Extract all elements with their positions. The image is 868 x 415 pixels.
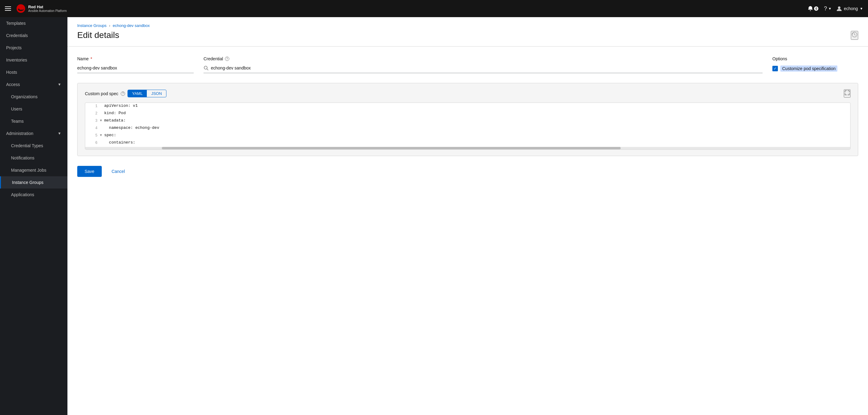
breadcrumb-separator: › [109,23,110,28]
sidebar-item-teams[interactable]: Teams [0,115,67,127]
sidebar-section-administration[interactable]: Administration ▼ [0,127,67,140]
history-icon [851,32,858,38]
sidebar-item-management-jobs[interactable]: Management Jobs [0,164,67,176]
sidebar-item-label: Projects [6,45,22,50]
sidebar-item-label: Users [11,106,22,111]
sidebar-item-credential-types[interactable]: Credential Types [0,140,67,152]
breadcrumb-parent-link[interactable]: Instance Groups [77,23,106,28]
name-input[interactable] [77,63,194,73]
required-indicator: * [90,56,92,61]
sidebar-item-credentials[interactable]: Credentials [0,29,67,42]
code-editor-section: Custom pod spec ? YAML JSON [77,83,858,156]
cancel-button[interactable]: Cancel [107,166,130,177]
sidebar-item-organizations[interactable]: Organizations [0,91,67,103]
save-button[interactable]: Save [77,166,102,177]
custom-pod-spec-label: Custom pod spec [85,91,118,96]
code-editor-scrollbar[interactable] [85,147,850,149]
breadcrumb: Instance Groups › echong-dev sandbox [67,17,868,28]
code-line-1: 1 apiVersion: v1 [85,103,850,110]
sidebar-item-label: Organizations [11,94,37,99]
hamburger-button[interactable] [5,6,11,11]
main-content: Instance Groups › echong-dev sandbox Edi… [67,17,868,415]
access-section-label: Access [6,82,20,87]
name-field-group: Name * [77,56,194,73]
sidebar-item-templates[interactable]: Templates [0,17,67,29]
help-button[interactable]: ? ▼ [824,5,832,12]
code-line-5: 5 ▼ spec: [85,132,850,140]
sidebar-item-label: Inventories [6,58,27,62]
redhat-logo-icon [16,4,26,13]
credential-info-icon[interactable]: ? [225,57,229,61]
sidebar-item-label: Notifications [11,155,34,160]
pod-spec-info-icon[interactable]: ? [121,92,125,96]
name-label: Name * [77,56,194,61]
format-toggle: YAML JSON [127,90,166,97]
scrollbar-thumb [162,147,621,149]
sidebar-item-inventories[interactable]: Inventories [0,54,67,66]
notification-badge: 0 [813,6,819,11]
code-line-6: 6 containers: [85,140,850,147]
customize-pod-label: Customize pod specification [780,66,837,72]
code-editor[interactable]: 1 apiVersion: v1 2 kind: Pod 3 ▼ metadat… [85,103,850,150]
access-chevron-icon: ▼ [58,82,61,87]
sidebar-item-applications[interactable]: Applications [0,188,67,201]
customize-pod-checkbox[interactable]: ✓ [772,66,778,71]
svg-point-3 [22,8,23,10]
sidebar-item-users[interactable]: Users [0,103,67,115]
expand-editor-button[interactable] [844,90,850,98]
sidebar: Templates Credentials Projects Inventori… [0,17,67,415]
sidebar-item-label: Instance Groups [12,180,43,185]
sidebar-item-label: Credentials [6,33,28,38]
sidebar-item-label: Management Jobs [11,168,46,173]
topbar-left: Red Hat Ansible Automation Platform [5,4,67,13]
username-label: echong [844,6,858,11]
options-field-group: Options ✓ Customize pod specification [772,56,858,72]
user-icon [836,6,842,11]
admin-section-label: Administration [6,131,33,136]
sidebar-item-label: Templates [6,21,26,26]
checkmark-icon: ✓ [774,66,777,71]
code-line-2: 2 kind: Pod [85,110,850,117]
sidebar-item-projects[interactable]: Projects [0,42,67,54]
svg-line-7 [207,69,208,70]
help-chevron-icon: ▼ [828,7,832,10]
brand-logo-area: Red Hat Ansible Automation Platform [16,4,67,13]
form-row-main: Name * Credential ? [77,56,858,73]
editor-header: Custom pod spec ? YAML JSON [85,90,850,98]
sidebar-item-label: Applications [11,192,34,197]
credential-input[interactable] [211,64,763,72]
editor-label-wrap: Custom pod spec ? YAML JSON [85,90,166,97]
brand-name-area: Red Hat Ansible Automation Platform [28,5,67,12]
history-button[interactable] [851,31,858,40]
credential-label: Credential ? [204,56,763,61]
sidebar-item-hosts[interactable]: Hosts [0,66,67,78]
expand-icon [844,90,850,96]
user-chevron-icon: ▼ [860,7,863,10]
json-button[interactable]: JSON [147,90,166,97]
sidebar-item-label: Hosts [6,70,17,75]
user-menu-button[interactable]: echong ▼ [836,6,863,11]
form-actions: Save Cancel [77,166,858,187]
sidebar-item-instance-groups[interactable]: Instance Groups [0,176,67,188]
sidebar-item-label: Teams [11,119,24,124]
sidebar-item-notifications[interactable]: Notifications [0,152,67,164]
svg-point-4 [838,6,840,9]
customize-pod-option: ✓ Customize pod specification [772,66,858,72]
sidebar-section-access[interactable]: Access ▼ [0,78,67,91]
notifications-button[interactable]: 0 [807,5,819,12]
edit-form: Name * Credential ? [67,46,868,197]
main-layout: Templates Credentials Projects Inventori… [0,17,868,415]
search-icon [204,66,209,70]
code-line-3: 3 ▼ metadata: [85,117,850,125]
question-icon: ? [824,5,827,12]
topbar-right: 0 ? ▼ echong ▼ [807,5,863,12]
options-label: Options [772,56,858,61]
page-title: Edit details [77,30,119,40]
credential-field-group: Credential ? [204,56,763,73]
code-line-4: 4 namespace: echong-dev [85,125,850,132]
sidebar-item-label: Credential Types [11,143,43,148]
brand-name: Red Hat [28,5,67,9]
breadcrumb-current: echong-dev sandbox [113,23,150,28]
topbar: Red Hat Ansible Automation Platform 0 ? … [0,0,868,17]
yaml-button[interactable]: YAML [128,90,147,97]
